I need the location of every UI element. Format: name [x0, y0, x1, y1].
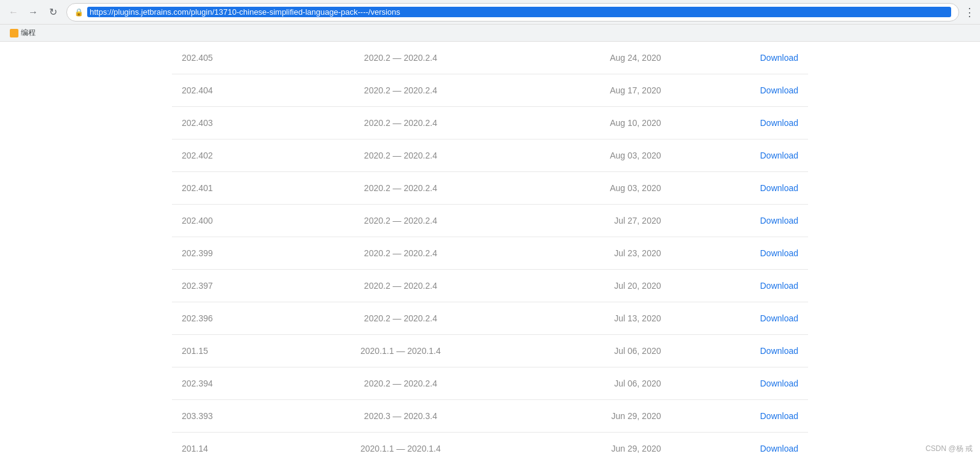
- version-number: 201.15: [172, 335, 297, 367]
- release-date: Jun 29, 2020: [505, 433, 671, 460]
- table-row: 202.404 2020.2 — 2020.2.4 Aug 17, 2020 D…: [172, 74, 808, 107]
- release-date: Aug 10, 2020: [505, 107, 671, 139]
- table-row: 202.400 2020.2 — 2020.2.4 Jul 27, 2020 D…: [172, 205, 808, 237]
- download-link[interactable]: Download: [681, 151, 798, 160]
- table-row: 201.15 2020.1.1 — 2020.1.4 Jul 06, 2020 …: [172, 335, 808, 367]
- compatibility-range: 2020.2 — 2020.2.4: [297, 367, 505, 400]
- version-number: 202.400: [172, 205, 297, 237]
- download-link[interactable]: Download: [681, 313, 798, 323]
- download-link[interactable]: Download: [681, 281, 798, 291]
- compatibility-range: 2020.2 — 2020.2.4: [297, 172, 505, 205]
- nav-buttons: ← → ↻: [5, 4, 61, 21]
- bookmark-favicon: [10, 29, 18, 37]
- version-number: 202.402: [172, 139, 297, 172]
- browser-chrome: ← → ↻ 🔒 ⋮: [0, 0, 980, 25]
- compatibility-range: 2020.2 — 2020.2.4: [297, 270, 505, 302]
- lock-icon: 🔒: [74, 8, 84, 17]
- release-date: Aug 24, 2020: [505, 42, 671, 74]
- release-date: Aug 17, 2020: [505, 74, 671, 107]
- release-date: Jul 20, 2020: [505, 270, 671, 302]
- version-number: 202.403: [172, 107, 297, 139]
- download-link[interactable]: Download: [681, 53, 798, 63]
- watermark: CSDN @杨 戒: [925, 444, 973, 454]
- download-link[interactable]: Download: [681, 379, 798, 388]
- table-row: 202.405 2020.2 — 2020.2.4 Aug 24, 2020 D…: [172, 42, 808, 74]
- version-number: 203.393: [172, 400, 297, 433]
- download-link[interactable]: Download: [681, 183, 798, 193]
- release-date: Jul 06, 2020: [505, 335, 671, 367]
- version-number: 202.397: [172, 270, 297, 302]
- version-number: 202.396: [172, 302, 297, 335]
- download-link[interactable]: Download: [681, 216, 798, 226]
- release-date: Jun 29, 2020: [505, 400, 671, 433]
- table-row: 202.394 2020.2 — 2020.2.4 Jul 06, 2020 D…: [172, 367, 808, 400]
- compatibility-range: 2020.1.1 — 2020.1.4: [297, 335, 505, 367]
- address-bar-container[interactable]: 🔒: [66, 3, 959, 22]
- forward-button[interactable]: →: [25, 4, 42, 21]
- version-number: 202.401: [172, 172, 297, 205]
- download-link[interactable]: Download: [681, 248, 798, 258]
- version-number: 201.14: [172, 433, 297, 460]
- compatibility-range: 2020.2 — 2020.2.4: [297, 139, 505, 172]
- version-number: 202.394: [172, 367, 297, 400]
- release-date: Jul 06, 2020: [505, 367, 671, 400]
- table-row: 201.14 2020.1.1 — 2020.1.4 Jun 29, 2020 …: [172, 433, 808, 460]
- versions-table: 202.405 2020.2 — 2020.2.4 Aug 24, 2020 D…: [172, 42, 808, 459]
- version-number: 202.399: [172, 237, 297, 270]
- version-number: 202.405: [172, 42, 297, 74]
- download-link[interactable]: Download: [681, 85, 798, 95]
- table-row: 202.399 2020.2 — 2020.2.4 Jul 23, 2020 D…: [172, 237, 808, 270]
- address-bar[interactable]: [87, 7, 951, 17]
- compatibility-range: 2020.2 — 2020.2.4: [297, 107, 505, 139]
- download-link[interactable]: Download: [681, 411, 798, 421]
- bookmarks-bar: 编程: [0, 25, 980, 42]
- compatibility-range: 2020.1.1 — 2020.1.4: [297, 433, 505, 460]
- version-number: 202.404: [172, 74, 297, 107]
- compatibility-range: 2020.2 — 2020.2.4: [297, 42, 505, 74]
- table-row: 203.393 2020.3 — 2020.3.4 Jun 29, 2020 D…: [172, 400, 808, 433]
- compatibility-range: 2020.3 — 2020.3.4: [297, 400, 505, 433]
- apps-icon[interactable]: ⋮: [964, 6, 975, 19]
- release-date: Jul 27, 2020: [505, 205, 671, 237]
- table-row: 202.397 2020.2 — 2020.2.4 Jul 20, 2020 D…: [172, 270, 808, 302]
- compatibility-range: 2020.2 — 2020.2.4: [297, 302, 505, 335]
- compatibility-range: 2020.2 — 2020.2.4: [297, 74, 505, 107]
- back-button[interactable]: ←: [5, 4, 22, 21]
- page-content: 202.405 2020.2 — 2020.2.4 Aug 24, 2020 D…: [0, 42, 980, 459]
- compatibility-range: 2020.2 — 2020.2.4: [297, 205, 505, 237]
- download-link[interactable]: Download: [681, 118, 798, 128]
- release-date: Jul 23, 2020: [505, 237, 671, 270]
- download-link[interactable]: Download: [681, 444, 798, 453]
- bookmark-label: 编程: [21, 28, 36, 38]
- table-row: 202.402 2020.2 — 2020.2.4 Aug 03, 2020 D…: [172, 139, 808, 172]
- table-row: 202.396 2020.2 — 2020.2.4 Jul 13, 2020 D…: [172, 302, 808, 335]
- compatibility-range: 2020.2 — 2020.2.4: [297, 237, 505, 270]
- release-date: Aug 03, 2020: [505, 139, 671, 172]
- release-date: Aug 03, 2020: [505, 172, 671, 205]
- reload-button[interactable]: ↻: [44, 4, 61, 21]
- table-row: 202.403 2020.2 — 2020.2.4 Aug 10, 2020 D…: [172, 107, 808, 139]
- release-date: Jul 13, 2020: [505, 302, 671, 335]
- table-row: 202.401 2020.2 — 2020.2.4 Aug 03, 2020 D…: [172, 172, 808, 205]
- bookmark-item-programming[interactable]: 编程: [5, 26, 41, 39]
- download-link[interactable]: Download: [681, 346, 798, 356]
